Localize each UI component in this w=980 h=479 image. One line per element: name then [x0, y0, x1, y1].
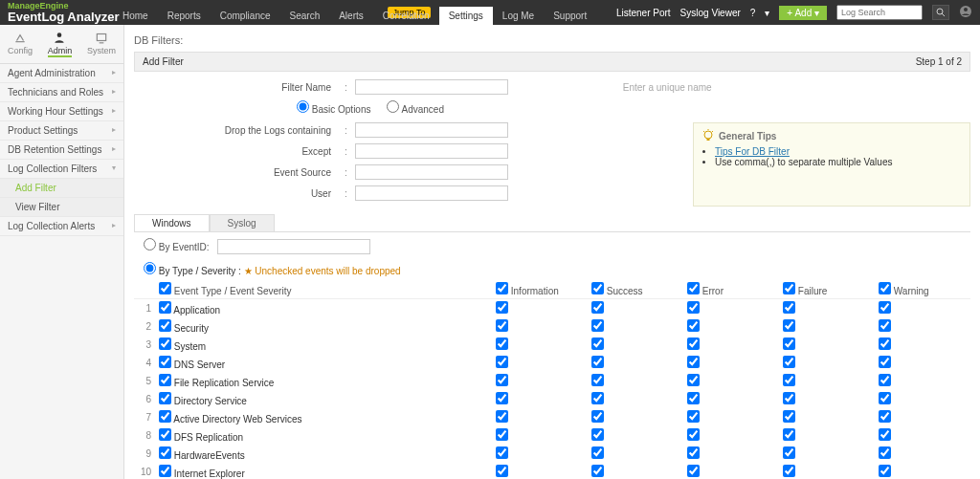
- sidebar-item-log-collection-filters[interactable]: Log Collection Filters▾: [0, 160, 123, 179]
- mode-tab-admin[interactable]: Admin: [48, 31, 73, 57]
- cell-check[interactable]: [496, 337, 508, 350]
- row-check[interactable]: [159, 374, 171, 386]
- row-check[interactable]: [159, 446, 171, 459]
- cell-check[interactable]: [879, 374, 891, 386]
- nav-correlation[interactable]: Correlation: [373, 7, 439, 25]
- user-input[interactable]: [355, 185, 508, 201]
- col-check-2[interactable]: [591, 282, 604, 294]
- cell-check[interactable]: [879, 356, 891, 368]
- cell-check[interactable]: [687, 319, 700, 332]
- cell-check[interactable]: [496, 374, 508, 386]
- eventsrc-input[interactable]: [355, 164, 508, 180]
- cell-check[interactable]: [496, 392, 508, 404]
- search-button[interactable]: [932, 5, 949, 20]
- mode-tab-config[interactable]: Config: [8, 31, 33, 57]
- cell-check[interactable]: [591, 465, 604, 477]
- cell-check[interactable]: [591, 392, 604, 404]
- sidebar-sub-view-filter[interactable]: View Filter: [0, 198, 123, 217]
- subtab-windows[interactable]: Windows: [134, 214, 210, 231]
- cell-check[interactable]: [496, 319, 508, 332]
- cell-check[interactable]: [783, 337, 795, 350]
- add-button[interactable]: + Add ▾: [779, 6, 827, 20]
- cell-check[interactable]: [783, 446, 795, 459]
- sidebar-item-db-retention-settings[interactable]: DB Retention Settings▸: [0, 141, 123, 160]
- cell-check[interactable]: [496, 356, 508, 368]
- mode-tab-system[interactable]: System: [87, 31, 116, 57]
- syslog-viewer-link[interactable]: Syslog Viewer: [680, 8, 741, 18]
- cell-check[interactable]: [591, 446, 604, 459]
- sidebar-item-log-collection-alerts[interactable]: Log Collection Alerts▸: [0, 217, 123, 236]
- nav-log-me[interactable]: Log Me: [493, 7, 544, 25]
- subtab-syslog[interactable]: Syslog: [210, 214, 275, 231]
- col-check-1[interactable]: [496, 282, 508, 294]
- cell-check[interactable]: [687, 301, 700, 314]
- nav-support[interactable]: Support: [544, 7, 596, 25]
- col-check-4[interactable]: [783, 282, 795, 294]
- listener-port-link[interactable]: Listener Port: [616, 8, 671, 18]
- cell-check[interactable]: [496, 301, 508, 314]
- cell-check[interactable]: [879, 410, 891, 423]
- nav-compliance[interactable]: Compliance: [211, 7, 280, 25]
- cell-check[interactable]: [687, 337, 700, 350]
- by-eventid-input[interactable]: [217, 239, 370, 254]
- sidebar-item-working-hour-settings[interactable]: Working Hour Settings▸: [0, 102, 123, 121]
- cell-check[interactable]: [496, 410, 508, 423]
- row-check[interactable]: [159, 301, 171, 314]
- nav-search[interactable]: Search: [280, 7, 330, 25]
- advanced-radio[interactable]: [387, 100, 399, 113]
- cell-check[interactable]: [783, 319, 795, 332]
- cell-check[interactable]: [879, 428, 891, 441]
- cell-check[interactable]: [687, 356, 700, 368]
- cell-check[interactable]: [783, 465, 795, 477]
- filter-name-input[interactable]: [355, 79, 508, 95]
- cell-check[interactable]: [879, 392, 891, 404]
- row-check[interactable]: [159, 319, 171, 332]
- row-check[interactable]: [159, 337, 171, 350]
- cell-check[interactable]: [783, 301, 795, 314]
- cell-check[interactable]: [879, 465, 891, 477]
- cell-check[interactable]: [879, 446, 891, 459]
- row-check[interactable]: [159, 356, 171, 368]
- cell-check[interactable]: [591, 356, 604, 368]
- advanced-option[interactable]: Advanced: [387, 104, 444, 115]
- cell-check[interactable]: [783, 374, 795, 386]
- cell-check[interactable]: [687, 410, 700, 423]
- col-check-0[interactable]: [159, 282, 171, 294]
- cell-check[interactable]: [591, 428, 604, 441]
- nav-reports[interactable]: Reports: [158, 7, 211, 25]
- cell-check[interactable]: [783, 392, 795, 404]
- sidebar-item-technicians-and-roles[interactable]: Technicians and Roles▸: [0, 83, 123, 102]
- cell-check[interactable]: [591, 410, 604, 423]
- row-check[interactable]: [159, 465, 171, 477]
- user-menu-icon[interactable]: [959, 5, 972, 20]
- sidebar-item-agent-administration[interactable]: Agent Administration▸: [0, 64, 123, 83]
- cell-check[interactable]: [879, 337, 891, 350]
- tips-link[interactable]: Tips For DB Filter: [715, 146, 790, 157]
- sidebar-item-product-settings[interactable]: Product Settings▸: [0, 121, 123, 141]
- cell-check[interactable]: [879, 301, 891, 314]
- cell-check[interactable]: [591, 374, 604, 386]
- drop-input[interactable]: [355, 122, 508, 138]
- cell-check[interactable]: [496, 465, 508, 477]
- cell-check[interactable]: [687, 392, 700, 404]
- cell-check[interactable]: [687, 465, 700, 477]
- dropdown-icon[interactable]: ▾: [765, 8, 769, 18]
- cell-check[interactable]: [687, 446, 700, 459]
- cell-check[interactable]: [879, 319, 891, 332]
- nav-alerts[interactable]: Alerts: [329, 7, 373, 25]
- cell-check[interactable]: [591, 301, 604, 314]
- nav-home[interactable]: Home: [113, 7, 158, 25]
- nav-settings[interactable]: Settings: [439, 7, 493, 25]
- by-eventid-radio[interactable]: [144, 238, 156, 250]
- by-type-radio[interactable]: [144, 262, 156, 274]
- col-check-3[interactable]: [687, 282, 700, 294]
- row-check[interactable]: [159, 428, 171, 441]
- cell-check[interactable]: [591, 319, 604, 332]
- sidebar-sub-add-filter[interactable]: Add Filter: [0, 179, 123, 198]
- basic-radio[interactable]: [297, 100, 309, 113]
- row-check[interactable]: [159, 410, 171, 423]
- except-input[interactable]: [355, 143, 508, 159]
- cell-check[interactable]: [783, 356, 795, 368]
- cell-check[interactable]: [783, 410, 795, 423]
- basic-option[interactable]: Basic Options: [297, 104, 370, 115]
